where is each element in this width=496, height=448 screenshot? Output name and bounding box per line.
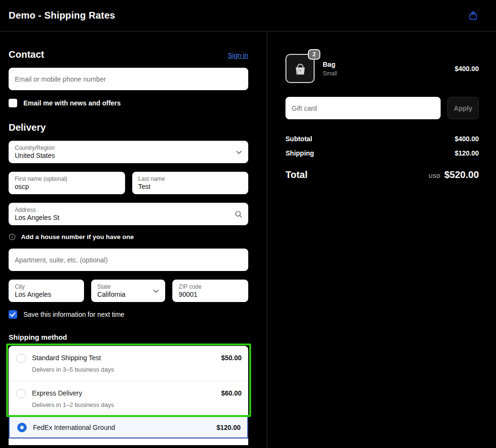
city-field[interactable]: City Los Angeles xyxy=(9,280,84,302)
save-info-label: Save this information for next time xyxy=(23,311,125,318)
radio-express-delivery[interactable] xyxy=(16,389,26,398)
zip-field[interactable]: ZIP code 90001 xyxy=(172,280,248,302)
zip-value: 90001 xyxy=(179,290,242,299)
subtotal-row: Subtotal $400.00 xyxy=(285,135,479,143)
address-hint-row: Add a house number if you have one xyxy=(9,233,248,240)
apply-button[interactable]: Apply xyxy=(447,97,479,119)
subtotal-value: $400.00 xyxy=(454,135,479,143)
save-info-checkbox-row[interactable]: Save this information for next time xyxy=(9,310,248,319)
news-offers-checkbox-row[interactable]: Email me with news and offers xyxy=(9,99,248,107)
option-description: Delivers in 1–2 business days xyxy=(32,401,215,408)
cart-button[interactable] xyxy=(467,10,479,21)
first-name-value: oscp xyxy=(15,182,119,191)
shipping-options-group: Standard Shipping Test Delivers in 3–5 b… xyxy=(9,346,248,416)
country-select[interactable]: Country/Region United States xyxy=(9,141,248,163)
cart-line-item: 2 Bag Small $400.00 xyxy=(285,54,479,83)
total-value: $520.00 xyxy=(444,169,479,180)
last-name-label: Last name xyxy=(138,176,243,182)
shipping-options-panel: Standard Shipping Test Delivers in 3–5 b… xyxy=(9,346,248,445)
shipping-label: Shipping xyxy=(285,149,314,157)
option-price: $60.00 xyxy=(221,388,242,398)
first-name-label: First name (optional) xyxy=(15,176,119,182)
city-value: Los Angeles xyxy=(15,290,78,299)
option-name: Express Delivery xyxy=(32,388,215,398)
city-label: City xyxy=(15,283,78,290)
delivery-heading: Delivery xyxy=(9,122,248,133)
apartment-placeholder: Apartment, suite, etc. (optional) xyxy=(15,256,242,264)
chevron-down-icon xyxy=(152,287,159,294)
radio-standard-shipping[interactable] xyxy=(16,354,26,363)
total-currency: USD xyxy=(429,173,441,179)
first-name-field[interactable]: First name (optional) oscp xyxy=(9,172,125,194)
order-summary-column: 2 Bag Small $400.00 Gift card Apply Subt… xyxy=(267,31,496,448)
news-offers-label: Email me with news and offers xyxy=(23,99,121,107)
quantity-badge: 2 xyxy=(308,49,320,60)
handbag-image xyxy=(291,60,309,78)
option-price: $50.00 xyxy=(221,353,242,363)
email-placeholder: Email or mobile phone number xyxy=(15,75,242,83)
search-icon xyxy=(234,210,243,218)
email-field[interactable]: Email or mobile phone number xyxy=(9,68,248,90)
shipping-row: Shipping $120.00 xyxy=(285,149,479,157)
save-info-checkbox[interactable] xyxy=(9,310,17,319)
product-variant: Small xyxy=(323,70,337,77)
address-value: Los Angeles St xyxy=(15,213,242,222)
last-name-value: Test xyxy=(138,182,243,191)
apartment-field[interactable]: Apartment, suite, etc. (optional) xyxy=(9,249,248,271)
sign-in-link[interactable]: Sign in xyxy=(228,52,248,59)
info-icon xyxy=(9,233,16,240)
product-price: $400.00 xyxy=(454,65,479,73)
option-name: FedEx International Ground xyxy=(33,424,216,431)
shopping-bag-icon xyxy=(467,10,479,21)
address-hint-text: Add a house number if you have one xyxy=(21,233,134,240)
last-name-field[interactable]: Last name Test xyxy=(132,172,249,194)
shipping-value: $120.00 xyxy=(454,149,479,157)
chevron-down-icon xyxy=(235,148,243,156)
state-value: California xyxy=(97,290,159,299)
country-value: United States xyxy=(15,151,242,160)
shipping-option-fedex[interactable]: FedEx International Ground $120.00 xyxy=(9,416,248,438)
gift-card-field[interactable]: Gift card xyxy=(285,97,441,119)
page-title: Demo - Shipping Rates xyxy=(9,10,115,21)
country-label: Country/Region xyxy=(15,145,242,151)
page-header: Demo - Shipping Rates xyxy=(0,0,496,31)
state-select[interactable]: State California xyxy=(91,280,166,302)
option-description: Delivers in 3–5 business days xyxy=(32,366,215,373)
product-name: Bag xyxy=(323,61,337,68)
product-thumbnail: 2 xyxy=(285,54,315,83)
total-label: Total xyxy=(285,169,307,180)
news-offers-checkbox[interactable] xyxy=(9,99,17,107)
state-label: State xyxy=(97,283,159,290)
option-price: $120.00 xyxy=(216,424,241,431)
shipping-option-standard[interactable]: Standard Shipping Test Delivers in 3–5 b… xyxy=(9,346,248,381)
shipping-option-partial xyxy=(9,438,248,445)
address-field[interactable]: Address Los Angeles St xyxy=(9,203,248,225)
contact-heading: Contact xyxy=(9,49,44,60)
shipping-option-express[interactable]: Express Delivery Delivers in 1–2 busines… xyxy=(9,381,248,416)
address-label: Address xyxy=(15,207,242,213)
total-row: Total USD $520.00 xyxy=(285,169,479,180)
totals-block: Subtotal $400.00 Shipping $120.00 Total … xyxy=(285,135,479,180)
subtotal-label: Subtotal xyxy=(285,135,312,143)
radio-fedex-selected[interactable] xyxy=(17,423,27,432)
gift-card-placeholder: Gift card xyxy=(292,104,434,112)
option-name: Standard Shipping Test xyxy=(32,353,215,363)
checkout-form-column: Contact Sign in Email or mobile phone nu… xyxy=(0,31,267,448)
zip-label: ZIP code xyxy=(179,283,242,290)
shipping-method-heading: Shipping method xyxy=(9,333,248,341)
